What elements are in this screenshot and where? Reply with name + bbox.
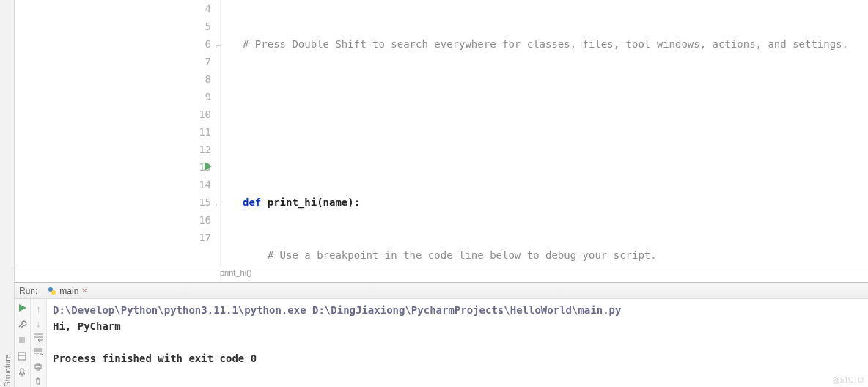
- line-number[interactable]: 16: [184, 211, 211, 229]
- run-panel: Run: main ✕ ↑ ↓: [15, 282, 868, 387]
- up-arrow-icon[interactable]: ↑: [34, 303, 44, 314]
- run-gutter-icon[interactable]: [205, 162, 212, 171]
- scroll-to-end-icon[interactable]: [34, 347, 44, 358]
- line-number[interactable]: 9: [184, 88, 211, 106]
- left-tool-stripe[interactable]: Structure: [0, 0, 15, 387]
- svg-marker-0: [205, 162, 212, 171]
- line-number[interactable]: 7: [184, 53, 211, 70]
- line-number[interactable]: 11: [184, 123, 211, 141]
- line-number[interactable]: 15: [184, 194, 211, 211]
- stop-icon[interactable]: [18, 336, 28, 346]
- line-number[interactable]: 13: [184, 158, 211, 176]
- layout-icon[interactable]: [18, 352, 28, 362]
- run-panel-header[interactable]: Run: main ✕: [15, 283, 868, 299]
- line-number[interactable]: 5: [184, 18, 211, 35]
- line-number[interactable]: 12: [184, 141, 211, 158]
- app-root: Structure 4 5 6 7 8 9 10 11 12 13 14 15 …: [0, 0, 868, 387]
- code-row[interactable]: [221, 141, 868, 158]
- code-pane[interactable]: ⌐# Press Double Shift to search everywhe…: [221, 0, 868, 268]
- line-gutter[interactable]: 4 5 6 7 8 9 10 11 12 13 14 15 16 17: [184, 0, 221, 268]
- console-command-line: D:\Develop\Python\python3.11.1\python.ex…: [53, 302, 862, 318]
- print-icon[interactable]: [34, 362, 44, 372]
- python-icon: [48, 287, 56, 295]
- code-row[interactable]: ⌐def print_hi(name):: [221, 194, 868, 211]
- run-tab[interactable]: main ✕: [48, 286, 87, 296]
- line-number[interactable]: 8: [184, 70, 211, 88]
- svg-rect-6: [19, 337, 25, 343]
- console-output[interactable]: D:\Develop\Python\python3.11.1\python.ex…: [47, 299, 868, 387]
- wrench-icon[interactable]: [18, 320, 28, 330]
- line-number[interactable]: 14: [184, 176, 211, 194]
- svg-point-4: [51, 290, 56, 295]
- svg-rect-7: [18, 353, 26, 360]
- run-panel-body: ↑ ↓ D:\Develop\Python\python3.11.1\pytho…: [15, 299, 868, 387]
- soft-wrap-icon[interactable]: [34, 333, 44, 343]
- structure-tool-label[interactable]: Structure: [3, 350, 12, 387]
- editor-left-spacer: [15, 0, 184, 268]
- code-row[interactable]: [221, 88, 868, 106]
- run-toolbar-left: [15, 299, 31, 387]
- watermark: @51CTO: [833, 376, 864, 384]
- line-number[interactable]: 6: [184, 35, 211, 53]
- console-output-line: Process finished with exit code 0: [53, 350, 862, 366]
- breadcrumb-bar[interactable]: print_hi(): [15, 268, 868, 282]
- svg-rect-10: [37, 364, 40, 365]
- line-number[interactable]: 17: [184, 229, 211, 246]
- fold-marker-icon[interactable]: ⌐: [216, 196, 221, 214]
- run-toolbar-right: ↑ ↓: [31, 299, 47, 387]
- console-output-line: Hi, PyCharm: [53, 318, 862, 334]
- pin-icon[interactable]: [18, 368, 28, 378]
- code-row[interactable]: # Use a breakpoint in the code line belo…: [221, 246, 868, 264]
- breadcrumb-item[interactable]: print_hi(): [220, 268, 251, 277]
- fold-marker-icon[interactable]: ⌐: [216, 38, 221, 56]
- rerun-icon[interactable]: [18, 303, 28, 314]
- main-column: 4 5 6 7 8 9 10 11 12 13 14 15 16 17 ⌐# P…: [15, 0, 868, 387]
- trash-icon[interactable]: [34, 377, 44, 387]
- tab-close-icon[interactable]: ✕: [81, 287, 87, 295]
- run-panel-label: Run:: [19, 286, 37, 296]
- line-number[interactable]: 10: [184, 106, 211, 123]
- code-row[interactable]: ⌐# Press Double Shift to search everywhe…: [221, 35, 868, 53]
- run-tab-label: main: [59, 286, 78, 296]
- editor-area[interactable]: 4 5 6 7 8 9 10 11 12 13 14 15 16 17 ⌐# P…: [15, 0, 868, 268]
- svg-marker-5: [19, 304, 26, 312]
- down-arrow-icon[interactable]: ↓: [34, 318, 44, 328]
- line-number[interactable]: 4: [184, 0, 211, 18]
